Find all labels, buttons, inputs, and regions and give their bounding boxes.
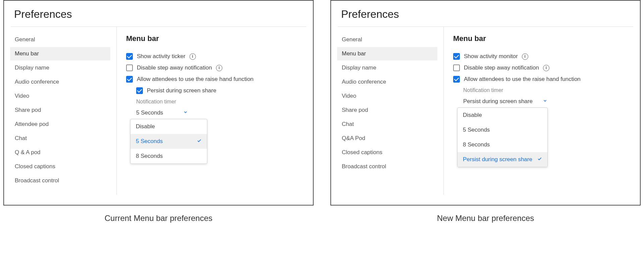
checkbox-icon xyxy=(126,53,133,60)
dialog-title: Preferences xyxy=(4,1,313,27)
sidebar-item[interactable]: Display name xyxy=(10,61,110,75)
checkbox-disable-step-away[interactable]: Disable step away notification i xyxy=(126,64,304,71)
checkbox-allow-raise-hand[interactable]: Allow attendees to use the raise hand fu… xyxy=(453,76,631,83)
dialog-title: Preferences xyxy=(331,1,640,27)
sidebar-item[interactable]: Audio conference xyxy=(10,75,110,89)
sidebar-item[interactable]: Closed captions xyxy=(10,160,110,173)
checkbox-label: Allow attendees to use the raise hand fu… xyxy=(464,76,581,83)
checkbox-label: Disable step away notification xyxy=(464,64,539,71)
checkbox-icon xyxy=(136,87,143,94)
sidebar-item[interactable]: Chat xyxy=(337,118,437,131)
sidebar-nav: GeneralMenu barDisplay nameAudio confere… xyxy=(4,27,117,195)
dropdown-option[interactable]: 5 Seconds xyxy=(458,123,547,137)
dropdown-value: Persist during screen share xyxy=(463,98,533,105)
checkbox-icon xyxy=(126,76,133,83)
sidebar-item[interactable]: Q&A Pod xyxy=(337,132,437,145)
dropdown-option[interactable]: 8 Seconds xyxy=(130,149,207,164)
sidebar-item[interactable]: Share pod xyxy=(337,103,437,117)
info-icon[interactable]: i xyxy=(522,53,528,60)
checkbox-icon xyxy=(453,53,460,60)
sidebar-item[interactable]: Audio conference xyxy=(337,75,437,89)
info-icon[interactable]: i xyxy=(190,53,196,60)
sidebar-item[interactable]: Closed captions xyxy=(337,146,437,159)
checkbox-label: Show activity monitor xyxy=(464,53,518,60)
sidebar-item[interactable]: Attendee pod xyxy=(10,118,110,131)
sidebar-item[interactable]: Chat xyxy=(10,132,110,145)
sidebar-item[interactable]: Menu bar xyxy=(10,47,110,60)
dropdown-option[interactable]: Disable xyxy=(458,108,547,123)
main-content: Menu bar Show activity ticker i Disable … xyxy=(117,27,313,195)
chevron-down-icon xyxy=(543,98,547,105)
dropdown-menu: Disable5 Seconds8 SecondsPersist during … xyxy=(457,107,548,167)
notification-timer-dropdown[interactable]: 5 Seconds xyxy=(136,109,304,116)
checkbox-icon xyxy=(126,64,133,71)
sidebar-nav: GeneralMenu barDisplay nameAudio confere… xyxy=(331,27,444,195)
notification-timer-label: Notification timer xyxy=(136,99,304,105)
checkbox-label: Allow attendees to use the raise hand fu… xyxy=(137,76,254,83)
preferences-dialog-new: Preferences GeneralMenu barDisplay nameA… xyxy=(330,0,641,206)
notification-timer-label: Notification timer xyxy=(463,87,631,93)
checkbox-label: Show activity ticker xyxy=(137,53,185,60)
notification-timer-dropdown[interactable]: Persist during screen share xyxy=(463,98,631,105)
info-icon[interactable]: i xyxy=(543,65,549,71)
checkbox-disable-step-away[interactable]: Disable step away notification i xyxy=(453,64,631,71)
checkbox-allow-raise-hand[interactable]: Allow attendees to use the raise hand fu… xyxy=(126,76,304,83)
preferences-dialog-current: Preferences GeneralMenu barDisplay nameA… xyxy=(3,0,314,206)
checkbox-icon xyxy=(453,64,460,71)
sidebar-item[interactable]: General xyxy=(337,33,437,46)
sidebar-item[interactable]: Video xyxy=(10,89,110,103)
checkbox-show-activity-ticker[interactable]: Show activity ticker i xyxy=(126,53,304,60)
dropdown-value: 5 Seconds xyxy=(136,109,163,116)
main-content: Menu bar Show activity monitor i Disable… xyxy=(444,27,640,195)
dropdown-option[interactable]: Disable xyxy=(130,119,207,134)
sidebar-item[interactable]: Video xyxy=(337,89,437,103)
dropdown-option[interactable]: 8 Seconds xyxy=(458,137,547,152)
sidebar-item[interactable]: General xyxy=(10,33,110,46)
sidebar-item[interactable]: Q & A pod xyxy=(10,146,110,159)
check-icon xyxy=(537,156,542,163)
chevron-down-icon xyxy=(183,109,188,116)
checkbox-show-activity-monitor[interactable]: Show activity monitor i xyxy=(453,53,631,60)
checkbox-persist-screen-share[interactable]: Persist during screen share xyxy=(136,87,304,94)
sidebar-item[interactable]: Broadcast control xyxy=(10,174,110,187)
sidebar-item[interactable]: Broadcast control xyxy=(337,160,437,173)
sidebar-item[interactable]: Menu bar xyxy=(337,47,437,60)
panel-caption: Current Menu bar preferences xyxy=(3,214,314,223)
checkbox-label: Disable step away notification xyxy=(137,64,212,71)
checkbox-label: Persist during screen share xyxy=(147,87,216,94)
checkbox-icon xyxy=(453,76,460,83)
check-icon xyxy=(197,138,202,145)
sidebar-item[interactable]: Display name xyxy=(337,61,437,75)
dropdown-option[interactable]: Persist during screen share xyxy=(458,152,547,167)
info-icon[interactable]: i xyxy=(216,65,222,71)
section-title: Menu bar xyxy=(453,34,631,43)
section-title: Menu bar xyxy=(126,34,304,43)
panel-caption: New Menu bar preferences xyxy=(330,214,641,223)
dropdown-menu: Disable5 Seconds8 Seconds xyxy=(130,119,207,164)
sidebar-item[interactable]: Share pod xyxy=(10,103,110,117)
dropdown-option[interactable]: 5 Seconds xyxy=(130,134,207,149)
